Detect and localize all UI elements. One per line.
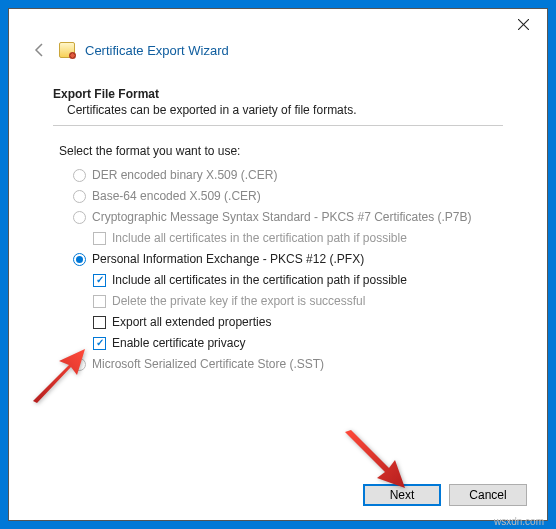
cancel-button[interactable]: Cancel (449, 484, 527, 506)
section-desc: Certificates can be exported in a variet… (53, 103, 503, 117)
check-label-pkcs7-include: Include all certificates in the certific… (112, 231, 407, 245)
back-arrow-icon (32, 42, 48, 58)
checkbox-icon (93, 337, 106, 350)
back-button[interactable] (31, 41, 49, 59)
radio-base64: Base-64 encoded X.509 (.CER) (73, 189, 503, 203)
close-button[interactable] (501, 10, 545, 38)
checkbox-icon (93, 316, 106, 329)
wizard-body: Export File Format Certificates can be e… (9, 67, 547, 474)
watermark: wsxdn.com (494, 516, 544, 527)
radio-icon (73, 211, 86, 224)
wizard-window: Certificate Export Wizard Export File Fo… (8, 8, 548, 521)
radio-icon (73, 358, 86, 371)
wizard-title: Certificate Export Wizard (85, 43, 229, 58)
close-icon (518, 19, 529, 30)
section-title: Export File Format (53, 87, 503, 101)
check-pkcs7-include: Include all certificates in the certific… (93, 231, 503, 245)
radio-pkcs7: Cryptographic Message Syntax Standard - … (73, 210, 503, 224)
checkbox-icon (93, 232, 106, 245)
check-pfx-include[interactable]: Include all certificates in the certific… (93, 273, 503, 287)
checkbox-icon (93, 295, 106, 308)
radio-label-sst: Microsoft Serialized Certificate Store (… (92, 357, 324, 371)
instruction-text: Select the format you want to use: (53, 144, 503, 158)
radio-label-pfx: Personal Information Exchange - PKCS #12… (92, 252, 364, 266)
radio-label-base64: Base-64 encoded X.509 (.CER) (92, 189, 261, 203)
radio-pfx[interactable]: Personal Information Exchange - PKCS #12… (73, 252, 503, 266)
check-pfx-delete: Delete the private key if the export is … (93, 294, 503, 308)
wizard-footer: Next Cancel (9, 474, 547, 520)
check-pfx-privacy[interactable]: Enable certificate privacy (93, 336, 503, 350)
format-options: DER encoded binary X.509 (.CER) Base-64 … (53, 168, 503, 371)
radio-icon (73, 190, 86, 203)
check-label-pfx-delete: Delete the private key if the export is … (112, 294, 365, 308)
titlebar (9, 9, 547, 39)
radio-label-der: DER encoded binary X.509 (.CER) (92, 168, 277, 182)
check-label-pfx-include: Include all certificates in the certific… (112, 273, 407, 287)
check-label-pfx-privacy: Enable certificate privacy (112, 336, 245, 350)
wizard-header: Certificate Export Wizard (9, 39, 547, 67)
radio-sst: Microsoft Serialized Certificate Store (… (73, 357, 503, 371)
check-pfx-extended[interactable]: Export all extended properties (93, 315, 503, 329)
divider (53, 125, 503, 126)
certificate-icon (59, 42, 75, 58)
radio-icon (73, 253, 86, 266)
radio-der: DER encoded binary X.509 (.CER) (73, 168, 503, 182)
next-button[interactable]: Next (363, 484, 441, 506)
radio-icon (73, 169, 86, 182)
check-label-pfx-extended: Export all extended properties (112, 315, 271, 329)
checkbox-icon (93, 274, 106, 287)
radio-label-pkcs7: Cryptographic Message Syntax Standard - … (92, 210, 472, 224)
